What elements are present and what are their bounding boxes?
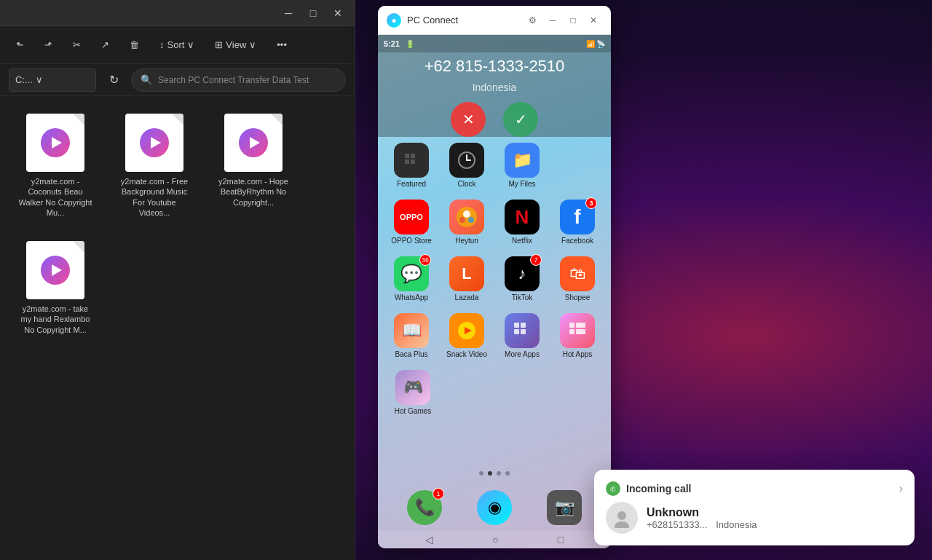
app-lazada[interactable]: L Lazada (443, 256, 490, 301)
view-button[interactable]: ⊞ View ∨ (208, 32, 264, 58)
pc-connect-logo: ● (387, 13, 401, 28)
call-buttons: ✕ ✓ (451, 102, 538, 137)
snackvideo-label: Snack Video (446, 350, 487, 358)
hotapps-icon (560, 313, 595, 348)
more-button[interactable]: ••• (269, 32, 294, 58)
file-thumbnail (224, 114, 283, 172)
nav-bar: ◁ ○ □ (378, 531, 611, 548)
accept-call-button[interactable]: ✓ (503, 102, 538, 137)
file-item[interactable]: y2mate.com - take my hand Rexlambo No Co… (12, 235, 99, 341)
more-icon: ••• (277, 39, 287, 50)
svg-rect-15 (514, 329, 519, 334)
play-icon (140, 128, 169, 157)
app-netflix[interactable]: N Netflix (499, 200, 545, 245)
heytun-label: Heytun (455, 237, 478, 245)
view-label: View (226, 39, 246, 50)
app-myfiles[interactable]: 📁 My Files (499, 143, 545, 188)
phone-dock: 📞 1 ◉ 📷 (378, 484, 611, 531)
nav-menu-button[interactable]: □ (558, 534, 564, 545)
app-bacaplus[interactable]: 📖 Baca Plus (388, 313, 435, 358)
app-shopee[interactable]: 🛍 Shopee (554, 256, 601, 301)
sort-icon: ↕ (159, 39, 165, 50)
tiktok-icon: ♪ 7 (505, 256, 540, 291)
nav-forward-button[interactable]: ⬏ (37, 32, 60, 58)
file-name: y2mate.com - take my hand Rexlambo No Co… (17, 304, 93, 335)
file-item[interactable]: y2mate.com - Free Background Music For Y… (111, 108, 198, 224)
settings-button[interactable]: ⚙ (524, 13, 541, 28)
caller-country-text: Indonesia (716, 519, 757, 530)
app-row-5: 🎮 Hot Games (378, 364, 611, 421)
caller-avatar (606, 502, 638, 534)
search-box[interactable]: 🔍 Search PC Connect Transfer Data Test (131, 68, 346, 92)
cut-button[interactable]: ✂ (66, 32, 88, 58)
netflix-icon: N (505, 200, 540, 234)
notification-arrow: › (899, 482, 903, 495)
hotgames-icon: 🎮 (395, 370, 430, 405)
dock-phone[interactable]: 📞 1 (401, 490, 448, 525)
breadcrumb[interactable]: C:... ∨ (9, 68, 96, 92)
whatsapp-badge: 36 (419, 254, 431, 266)
share-icon: ↗ (101, 39, 109, 50)
app-snackvideo[interactable]: Snack Video (443, 313, 490, 358)
search-icon: 🔍 (141, 74, 152, 85)
status-bar: 5:21 🔋 📶 📡 (378, 35, 611, 52)
shopee-label: Shopee (565, 293, 590, 301)
delete-button[interactable]: 🗑 (122, 32, 146, 58)
pc-maximize-button[interactable]: □ (564, 13, 582, 28)
sort-button[interactable]: ↕ Sort ∨ (152, 32, 202, 58)
dock-browser[interactable]: ◉ (471, 490, 518, 525)
svg-rect-21 (576, 329, 581, 334)
decline-call-button[interactable]: ✕ (451, 102, 486, 137)
notification-header: ✆ Incoming call › (606, 481, 903, 496)
app-featured[interactable]: Featured (388, 143, 435, 188)
app-whatsapp[interactable]: 💬 36 WhatsApp (388, 256, 435, 301)
nav-home-button[interactable]: ○ (492, 534, 498, 545)
nav-back-button[interactable]: ◁ (425, 534, 433, 545)
app-oppo[interactable]: OPPO OPPO Store (388, 200, 435, 245)
decline-icon: ✕ (462, 111, 475, 128)
pc-connect-window: ● PC Connect ⚙ ─ □ ✕ 5:21 🔋 📶 📡 +62 815-… (378, 6, 611, 548)
app-moreapps[interactable]: More Apps (499, 313, 545, 358)
status-time: 5:21 (384, 39, 400, 48)
dot-4 (505, 471, 510, 476)
minimize-button[interactable]: ─ (277, 4, 299, 22)
app-heytun[interactable]: Heytun (443, 200, 490, 245)
app-facebook[interactable]: f 3 Facebook (554, 200, 601, 245)
page-dots (378, 471, 611, 476)
file-item[interactable]: y2mate.com - Hope BeatByRhythm No Copyri… (210, 108, 297, 224)
close-button[interactable]: ✕ (327, 4, 349, 22)
play-icon (41, 256, 70, 285)
app-row-1: Featured Clock 📁 My Files (378, 137, 611, 194)
pc-close-button[interactable]: ✕ (585, 13, 602, 28)
incoming-call-notification[interactable]: ✆ Incoming call › Unknown +628151333... … (594, 470, 915, 545)
phone-apps-area: Featured Clock 📁 My Files OPPO (378, 137, 611, 478)
file-name: y2mate.com - Hope BeatByRhythm No Copyri… (216, 176, 291, 208)
dot-2 (488, 471, 492, 476)
sort-label: Sort (167, 39, 185, 50)
app-clock[interactable]: Clock (443, 143, 490, 188)
whatsapp-label: WhatsApp (395, 293, 428, 301)
refresh-button[interactable]: ↻ (102, 68, 125, 92)
heytun-icon (449, 200, 484, 234)
myfiles-icon: 📁 (505, 143, 540, 178)
app-row-2: OPPO OPPO Store Heytun N Netflix f 3 (378, 194, 611, 251)
whatsapp-icon: 💬 36 (394, 256, 429, 291)
toolbar: ⬑ ⬏ ✂ ↗ 🗑 ↕ Sort ∨ ⊞ View ∨ ••• (0, 26, 355, 64)
file-item[interactable]: y2mate.com - Coconuts Beau Walker No Cop… (12, 108, 99, 224)
hotgames-label: Hot Games (395, 407, 432, 415)
notification-icon: ✆ (606, 481, 620, 496)
wifi-icon: 📶 (586, 40, 595, 48)
app-tiktok[interactable]: ♪ 7 TikTok (499, 256, 545, 301)
nav-back-icon: ⬑ (16, 39, 24, 50)
notification-title: Incoming call (626, 483, 691, 494)
svg-point-8 (463, 210, 470, 218)
window-controls: ⚙ ─ □ ✕ (524, 13, 602, 28)
maximize-button[interactable]: □ (302, 4, 324, 22)
nav-back-button[interactable]: ⬑ (9, 32, 31, 58)
dock-camera[interactable]: 📷 (541, 490, 588, 525)
app-hotgames[interactable]: 🎮 Hot Games (390, 370, 436, 415)
app-hotapps[interactable]: Hot Apps (554, 313, 601, 358)
bacaplus-icon: 📖 (394, 313, 429, 348)
pc-minimize-button[interactable]: ─ (544, 13, 561, 28)
share-button[interactable]: ↗ (94, 32, 116, 58)
